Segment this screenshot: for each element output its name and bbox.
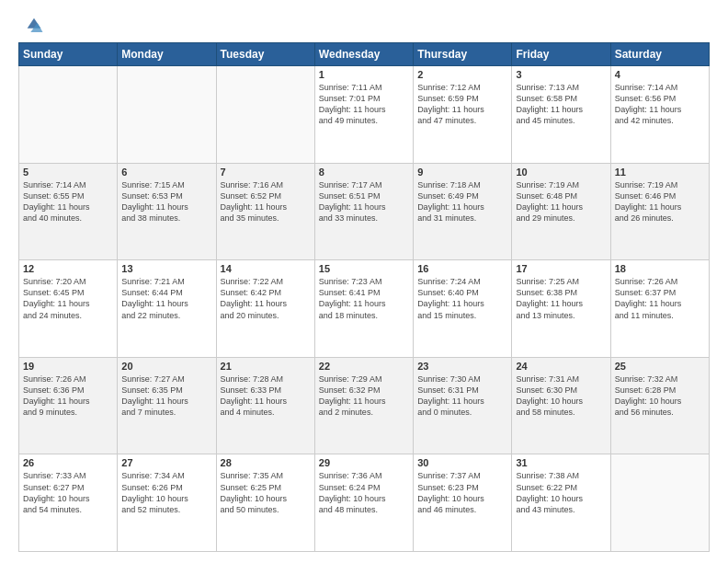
day-number: 28 bbox=[221, 457, 311, 468]
day-info: Sunrise: 7:17 AM Sunset: 6:51 PM Dayligh… bbox=[319, 179, 409, 224]
day-number: 15 bbox=[319, 263, 409, 274]
calendar-cell: 17Sunrise: 7:25 AM Sunset: 6:38 PM Dayli… bbox=[512, 260, 610, 358]
calendar-cell: 19Sunrise: 7:26 AM Sunset: 6:36 PM Dayli… bbox=[19, 357, 118, 454]
calendar-cell: 7Sunrise: 7:16 AM Sunset: 6:52 PM Daylig… bbox=[216, 163, 314, 260]
calendar-table: SundayMondayTuesdayWednesdayThursdayFrid… bbox=[18, 42, 710, 552]
day-info: Sunrise: 7:27 AM Sunset: 6:35 PM Dayligh… bbox=[121, 373, 211, 419]
day-number: 7 bbox=[221, 167, 311, 178]
day-number: 24 bbox=[516, 361, 606, 372]
calendar-week-row: 26Sunrise: 7:33 AM Sunset: 6:27 PM Dayli… bbox=[19, 454, 710, 552]
day-number: 20 bbox=[121, 361, 211, 372]
day-number: 26 bbox=[23, 457, 113, 468]
calendar-cell: 25Sunrise: 7:32 AM Sunset: 6:28 PM Dayli… bbox=[610, 357, 709, 454]
day-info: Sunrise: 7:26 AM Sunset: 6:37 PM Dayligh… bbox=[615, 276, 705, 321]
calendar-cell: 31Sunrise: 7:38 AM Sunset: 6:22 PM Dayli… bbox=[512, 454, 610, 552]
calendar-cell: 23Sunrise: 7:30 AM Sunset: 6:31 PM Dayli… bbox=[414, 357, 512, 454]
day-info: Sunrise: 7:30 AM Sunset: 6:31 PM Dayligh… bbox=[417, 373, 507, 419]
day-number: 11 bbox=[615, 167, 705, 178]
calendar-cell: 1Sunrise: 7:11 AM Sunset: 7:01 PM Daylig… bbox=[314, 66, 413, 164]
day-number: 23 bbox=[417, 361, 507, 372]
calendar-week-row: 19Sunrise: 7:26 AM Sunset: 6:36 PM Dayli… bbox=[19, 357, 710, 454]
day-number: 31 bbox=[516, 457, 606, 468]
day-number: 4 bbox=[615, 69, 705, 80]
day-info: Sunrise: 7:18 AM Sunset: 6:49 PM Dayligh… bbox=[417, 179, 507, 224]
weekday-header-sunday: Sunday bbox=[19, 43, 118, 66]
day-info: Sunrise: 7:36 AM Sunset: 6:24 PM Dayligh… bbox=[319, 470, 409, 515]
day-info: Sunrise: 7:28 AM Sunset: 6:33 PM Dayligh… bbox=[221, 373, 311, 419]
weekday-header-tuesday: Tuesday bbox=[216, 43, 314, 66]
calendar-cell bbox=[118, 66, 216, 164]
day-info: Sunrise: 7:20 AM Sunset: 6:45 PM Dayligh… bbox=[23, 276, 113, 321]
day-info: Sunrise: 7:16 AM Sunset: 6:52 PM Dayligh… bbox=[221, 179, 311, 224]
page: SundayMondayTuesdayWednesdayThursdayFrid… bbox=[0, 0, 728, 563]
calendar-cell: 11Sunrise: 7:19 AM Sunset: 6:46 PM Dayli… bbox=[610, 163, 709, 260]
calendar-cell: 27Sunrise: 7:34 AM Sunset: 6:26 PM Dayli… bbox=[118, 454, 216, 552]
day-info: Sunrise: 7:15 AM Sunset: 6:53 PM Dayligh… bbox=[121, 179, 211, 224]
day-info: Sunrise: 7:35 AM Sunset: 6:25 PM Dayligh… bbox=[221, 470, 311, 515]
calendar-cell: 4Sunrise: 7:14 AM Sunset: 6:56 PM Daylig… bbox=[610, 66, 709, 164]
day-number: 22 bbox=[319, 361, 409, 372]
calendar-cell: 5Sunrise: 7:14 AM Sunset: 6:55 PM Daylig… bbox=[19, 163, 118, 260]
calendar-cell bbox=[216, 66, 314, 164]
calendar-cell: 28Sunrise: 7:35 AM Sunset: 6:25 PM Dayli… bbox=[216, 454, 314, 552]
day-number: 14 bbox=[221, 263, 311, 274]
day-info: Sunrise: 7:24 AM Sunset: 6:40 PM Dayligh… bbox=[417, 276, 507, 321]
calendar-week-row: 5Sunrise: 7:14 AM Sunset: 6:55 PM Daylig… bbox=[19, 163, 710, 260]
calendar-cell: 29Sunrise: 7:36 AM Sunset: 6:24 PM Dayli… bbox=[314, 454, 413, 552]
calendar-cell: 16Sunrise: 7:24 AM Sunset: 6:40 PM Dayli… bbox=[414, 260, 512, 358]
day-info: Sunrise: 7:23 AM Sunset: 6:41 PM Dayligh… bbox=[319, 276, 409, 321]
calendar-cell: 13Sunrise: 7:21 AM Sunset: 6:44 PM Dayli… bbox=[118, 260, 216, 358]
calendar-cell: 8Sunrise: 7:17 AM Sunset: 6:51 PM Daylig… bbox=[314, 163, 413, 260]
day-number: 9 bbox=[417, 167, 507, 178]
day-number: 19 bbox=[23, 361, 113, 372]
calendar-cell: 10Sunrise: 7:19 AM Sunset: 6:48 PM Dayli… bbox=[512, 163, 610, 260]
day-number: 12 bbox=[23, 263, 113, 274]
day-info: Sunrise: 7:13 AM Sunset: 6:58 PM Dayligh… bbox=[516, 82, 606, 127]
day-number: 1 bbox=[319, 69, 409, 80]
day-info: Sunrise: 7:34 AM Sunset: 6:26 PM Dayligh… bbox=[121, 470, 211, 515]
day-info: Sunrise: 7:12 AM Sunset: 6:59 PM Dayligh… bbox=[417, 82, 507, 127]
weekday-header-monday: Monday bbox=[118, 43, 216, 66]
day-number: 10 bbox=[516, 167, 606, 178]
weekday-header-friday: Friday bbox=[512, 43, 610, 66]
day-info: Sunrise: 7:21 AM Sunset: 6:44 PM Dayligh… bbox=[121, 276, 211, 321]
day-info: Sunrise: 7:25 AM Sunset: 6:38 PM Dayligh… bbox=[516, 276, 606, 321]
day-number: 2 bbox=[417, 69, 507, 80]
day-number: 8 bbox=[319, 167, 409, 178]
calendar-cell: 21Sunrise: 7:28 AM Sunset: 6:33 PM Dayli… bbox=[216, 357, 314, 454]
day-number: 5 bbox=[23, 167, 113, 178]
day-info: Sunrise: 7:37 AM Sunset: 6:23 PM Dayligh… bbox=[417, 470, 507, 515]
calendar-cell: 14Sunrise: 7:22 AM Sunset: 6:42 PM Dayli… bbox=[216, 260, 314, 358]
weekday-header-wednesday: Wednesday bbox=[314, 43, 413, 66]
weekday-header-thursday: Thursday bbox=[414, 43, 512, 66]
day-number: 21 bbox=[221, 361, 311, 372]
calendar-week-row: 1Sunrise: 7:11 AM Sunset: 7:01 PM Daylig… bbox=[19, 66, 710, 164]
day-number: 29 bbox=[319, 457, 409, 468]
calendar-cell: 15Sunrise: 7:23 AM Sunset: 6:41 PM Dayli… bbox=[314, 260, 413, 358]
day-number: 6 bbox=[121, 167, 211, 178]
calendar-cell: 12Sunrise: 7:20 AM Sunset: 6:45 PM Dayli… bbox=[19, 260, 118, 358]
day-number: 3 bbox=[516, 69, 606, 80]
logo-icon bbox=[24, 15, 44, 35]
day-number: 30 bbox=[417, 457, 507, 468]
calendar-cell bbox=[610, 454, 709, 552]
calendar-cell: 6Sunrise: 7:15 AM Sunset: 6:53 PM Daylig… bbox=[118, 163, 216, 260]
calendar-cell: 18Sunrise: 7:26 AM Sunset: 6:37 PM Dayli… bbox=[610, 260, 709, 358]
day-number: 27 bbox=[121, 457, 211, 468]
calendar-week-row: 12Sunrise: 7:20 AM Sunset: 6:45 PM Dayli… bbox=[19, 260, 710, 358]
day-number: 13 bbox=[121, 263, 211, 274]
calendar-cell: 26Sunrise: 7:33 AM Sunset: 6:27 PM Dayli… bbox=[19, 454, 118, 552]
day-info: Sunrise: 7:22 AM Sunset: 6:42 PM Dayligh… bbox=[221, 276, 311, 321]
day-info: Sunrise: 7:29 AM Sunset: 6:32 PM Dayligh… bbox=[319, 373, 409, 419]
calendar-cell: 30Sunrise: 7:37 AM Sunset: 6:23 PM Dayli… bbox=[414, 454, 512, 552]
weekday-header-row: SundayMondayTuesdayWednesdayThursdayFrid… bbox=[19, 43, 710, 66]
day-info: Sunrise: 7:38 AM Sunset: 6:22 PM Dayligh… bbox=[516, 470, 606, 515]
calendar-cell: 22Sunrise: 7:29 AM Sunset: 6:32 PM Dayli… bbox=[314, 357, 413, 454]
calendar-cell: 2Sunrise: 7:12 AM Sunset: 6:59 PM Daylig… bbox=[414, 66, 512, 164]
day-info: Sunrise: 7:14 AM Sunset: 6:55 PM Dayligh… bbox=[23, 179, 113, 224]
day-info: Sunrise: 7:26 AM Sunset: 6:36 PM Dayligh… bbox=[23, 373, 113, 419]
header bbox=[18, 15, 710, 35]
calendar-cell: 20Sunrise: 7:27 AM Sunset: 6:35 PM Dayli… bbox=[118, 357, 216, 454]
weekday-header-saturday: Saturday bbox=[610, 43, 709, 66]
day-info: Sunrise: 7:19 AM Sunset: 6:48 PM Dayligh… bbox=[516, 179, 606, 224]
